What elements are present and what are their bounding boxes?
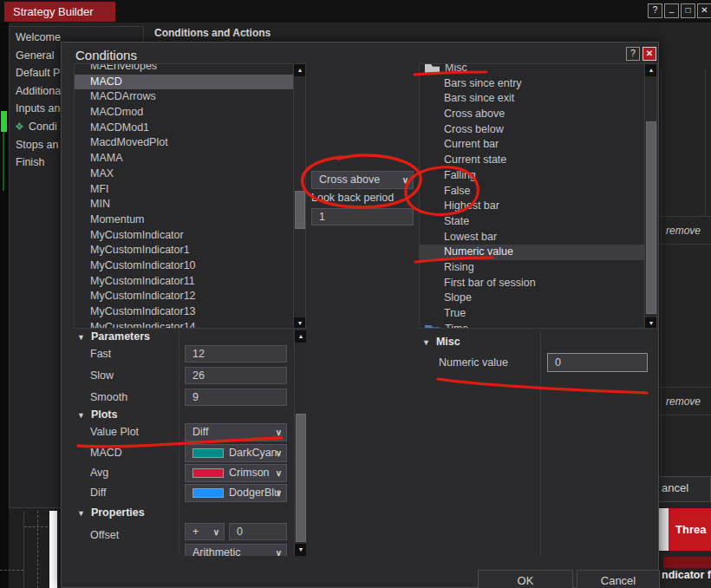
- list-item[interactable]: MIN: [75, 197, 293, 212]
- red-bar: [663, 557, 711, 568]
- list-item[interactable]: MyCustomIndicator: [75, 228, 293, 244]
- list-item[interactable]: Highest bar: [420, 199, 644, 214]
- offset-value-input[interactable]: 0: [229, 523, 287, 540]
- smooth-input[interactable]: 9: [185, 389, 287, 406]
- window-title-tab[interactable]: Strategy Builder: [4, 2, 115, 22]
- list-item[interactable]: MFI: [75, 182, 293, 198]
- diff-color-dropdown[interactable]: DodgerBlu ∨: [185, 484, 287, 502]
- chart-vline: [23, 511, 24, 588]
- sidebar-item-conditions[interactable]: Condi: [29, 121, 57, 133]
- list-item-selected[interactable]: Numeric value: [420, 245, 644, 260]
- window-title: Strategy Builder: [13, 5, 94, 18]
- list-item[interactable]: Cross below: [420, 122, 644, 138]
- list-item[interactable]: Slope: [420, 291, 644, 306]
- fast-input[interactable]: 12: [185, 345, 287, 363]
- sidebar-item-inputs[interactable]: Inputs an: [16, 102, 60, 114]
- list-item[interactable]: MyCustomIndicator11: [75, 274, 293, 290]
- list-item[interactable]: Bars since exit: [420, 91, 644, 107]
- scrollbar[interactable]: ▲ ▼: [294, 330, 306, 556]
- list-item[interactable]: MacdMovedPlot: [75, 135, 293, 151]
- list-item[interactable]: True: [420, 306, 644, 322]
- list-item[interactable]: MACDmod: [75, 105, 293, 121]
- scroll-down-icon[interactable]: ▼: [645, 317, 657, 329]
- cancel-partial-button[interactable]: ancel: [652, 476, 711, 502]
- sidebar-item-default-properties[interactable]: Default P: [16, 67, 60, 79]
- value-plot-dropdown[interactable]: Diff ∨: [185, 423, 287, 441]
- scrollbar[interactable]: ▲ ▼: [644, 64, 656, 329]
- dialog-title: Conditions: [75, 48, 137, 62]
- sidebar-item-welcome[interactable]: Welcome: [16, 31, 61, 43]
- list-item[interactable]: MyCustomIndicator10: [75, 258, 293, 274]
- conditions-dialog: Conditions ? ✕ MAEnvelopes MACD MACDArro…: [61, 42, 659, 588]
- plots-header[interactable]: ▼Plots: [77, 408, 117, 421]
- chart-dashed-hline-2: [0, 570, 23, 571]
- list-item[interactable]: Cross above: [420, 107, 644, 122]
- avg-color-dropdown[interactable]: Crimson ∨: [185, 464, 287, 482]
- parameters-header[interactable]: ▼Parameters: [77, 330, 150, 343]
- macd-color-dropdown[interactable]: DarkCyan ∨: [185, 444, 287, 462]
- cancel-button[interactable]: Cancel: [577, 570, 660, 588]
- numeric-value-input[interactable]: 0: [547, 353, 648, 372]
- list-item[interactable]: MyCustomIndicator1: [75, 243, 293, 258]
- sidebar-item-stops[interactable]: Stops an: [16, 139, 58, 151]
- minimize-button[interactable]: _: [664, 3, 679, 18]
- list-folder-misc[interactable]: Misc: [420, 63, 644, 76]
- dialog-close-button[interactable]: ✕: [643, 47, 656, 61]
- list-item[interactable]: MAX: [75, 167, 293, 182]
- list-item[interactable]: Bars since entry: [420, 76, 644, 92]
- list-item[interactable]: State: [420, 214, 644, 230]
- remove-link-1[interactable]: remove: [666, 225, 701, 237]
- scroll-down-icon[interactable]: ▼: [295, 544, 306, 556]
- sidebar-item-additional-data[interactable]: Additional: [16, 85, 63, 97]
- scrollbar[interactable]: ▲ ▼: [293, 64, 305, 329]
- offset-operator-dropdown[interactable]: + ∨: [185, 523, 225, 540]
- threshold-button[interactable]: Threa: [669, 508, 711, 551]
- help-button[interactable]: ?: [648, 3, 662, 18]
- macd-plot-label: MACD: [90, 447, 122, 459]
- list-item[interactable]: MAMA: [75, 151, 293, 167]
- scrollbar-thumb[interactable]: [646, 121, 656, 314]
- list-item[interactable]: Rising: [420, 260, 644, 276]
- list-item[interactable]: Current state: [420, 153, 644, 168]
- scroll-up-icon[interactable]: ▲: [294, 64, 306, 76]
- chevron-down-icon: ∨: [276, 465, 282, 481]
- dialog-help-button[interactable]: ?: [626, 47, 640, 61]
- properties-header[interactable]: ▼Properties: [77, 506, 145, 519]
- list-item[interactable]: MyCustomIndicator14: [75, 320, 293, 329]
- ok-button[interactable]: OK: [478, 570, 573, 588]
- remove-link-2[interactable]: remove: [666, 395, 701, 408]
- scroll-up-icon[interactable]: ▲: [645, 64, 657, 76]
- list-item[interactable]: Momentum: [75, 212, 293, 228]
- condition-type-dropdown[interactable]: Cross above ∨: [311, 171, 414, 189]
- maximize-button[interactable]: □: [681, 3, 695, 18]
- list-item[interactable]: MACDArrows: [75, 89, 293, 105]
- scroll-up-icon[interactable]: ▲: [295, 330, 306, 343]
- list-item[interactable]: Lowest bar: [420, 230, 644, 245]
- lookback-input[interactable]: 1: [311, 208, 414, 225]
- scrollbar-thumb[interactable]: [296, 414, 306, 542]
- color-swatch: [192, 468, 224, 478]
- list-item[interactable]: MAEnvelopes: [75, 63, 293, 75]
- conditions-diamond-icon: ❖: [15, 121, 24, 133]
- list-folder-time[interactable]: Time: [420, 322, 644, 329]
- chart-dashed-hline-1: [24, 526, 48, 527]
- scrollbar-thumb[interactable]: [295, 191, 305, 229]
- sidebar-item-finish[interactable]: Finish: [16, 156, 44, 168]
- list-item[interactable]: MyCustomIndicator12: [75, 289, 293, 304]
- misc-header[interactable]: ▼Misc: [422, 336, 460, 348]
- list-item[interactable]: Falling: [420, 168, 644, 184]
- list-item[interactable]: First bar of session: [420, 276, 644, 291]
- close-button[interactable]: ✕: [697, 3, 711, 18]
- scroll-down-icon[interactable]: ▼: [294, 317, 306, 329]
- sidebar-item-general[interactable]: General: [16, 49, 54, 62]
- list-item[interactable]: Current bar: [420, 137, 644, 153]
- list-item[interactable]: MyCustomIndicator13: [75, 304, 293, 320]
- list-item[interactable]: False: [420, 184, 644, 199]
- collapse-icon: ▼: [77, 411, 85, 420]
- list-item[interactable]: MACDMod1: [75, 121, 293, 136]
- offset-mode-dropdown[interactable]: Arithmetic ∨: [185, 544, 287, 556]
- bg-divider-h2: [659, 244, 711, 245]
- section-header: Conditions and Actions: [154, 27, 271, 39]
- slow-input[interactable]: 26: [185, 367, 287, 384]
- list-item-selected[interactable]: MACD: [75, 75, 293, 90]
